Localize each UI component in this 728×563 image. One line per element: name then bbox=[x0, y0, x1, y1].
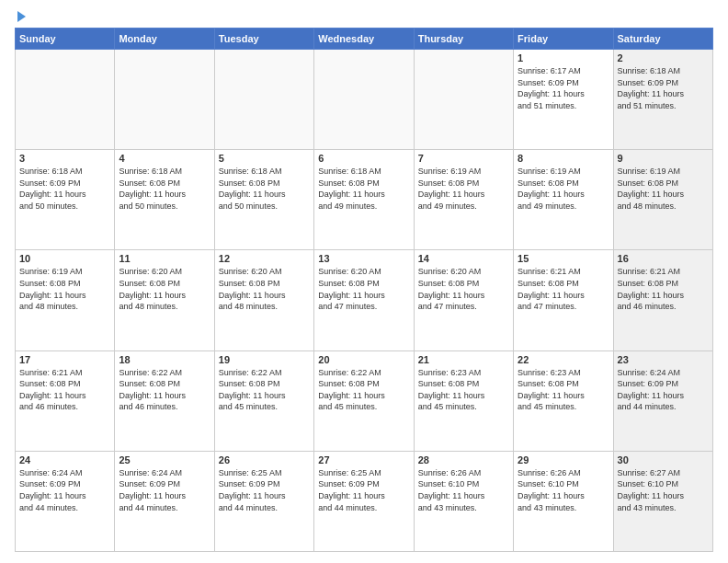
day-info: Sunrise: 6:27 AM Sunset: 6:10 PM Dayligh… bbox=[618, 467, 709, 513]
day-number: 3 bbox=[19, 153, 110, 164]
calendar-day-cell bbox=[115, 50, 214, 150]
day-info: Sunrise: 6:20 AM Sunset: 6:08 PM Dayligh… bbox=[318, 266, 409, 312]
calendar-day-cell: 3Sunrise: 6:18 AM Sunset: 6:09 PM Daylig… bbox=[16, 150, 115, 250]
calendar-day-cell: 6Sunrise: 6:18 AM Sunset: 6:08 PM Daylig… bbox=[314, 150, 414, 250]
calendar-day-cell bbox=[214, 50, 313, 150]
calendar-day-header-tuesday: Tuesday bbox=[214, 29, 313, 50]
calendar-day-cell: 14Sunrise: 6:20 AM Sunset: 6:08 PM Dayli… bbox=[414, 250, 513, 350]
calendar-day-cell: 8Sunrise: 6:19 AM Sunset: 6:08 PM Daylig… bbox=[514, 150, 613, 250]
day-number: 1 bbox=[518, 52, 609, 63]
calendar-day-cell: 11Sunrise: 6:20 AM Sunset: 6:08 PM Dayli… bbox=[115, 250, 214, 350]
day-info: Sunrise: 6:19 AM Sunset: 6:08 PM Dayligh… bbox=[518, 166, 609, 212]
calendar-day-cell bbox=[16, 50, 115, 150]
day-info: Sunrise: 6:20 AM Sunset: 6:08 PM Dayligh… bbox=[119, 266, 210, 312]
calendar-day-cell: 24Sunrise: 6:24 AM Sunset: 6:09 PM Dayli… bbox=[16, 451, 115, 551]
day-info: Sunrise: 6:25 AM Sunset: 6:09 PM Dayligh… bbox=[318, 467, 409, 513]
day-number: 21 bbox=[418, 354, 509, 365]
calendar-day-cell: 9Sunrise: 6:19 AM Sunset: 6:08 PM Daylig… bbox=[613, 150, 712, 250]
calendar-day-header-friday: Friday bbox=[514, 29, 613, 50]
day-number: 13 bbox=[318, 253, 409, 264]
day-number: 25 bbox=[119, 454, 210, 465]
day-number: 9 bbox=[618, 153, 709, 164]
day-info: Sunrise: 6:19 AM Sunset: 6:08 PM Dayligh… bbox=[418, 166, 509, 212]
day-number: 18 bbox=[119, 354, 210, 365]
page: SundayMondayTuesdayWednesdayThursdayFrid… bbox=[0, 0, 728, 563]
calendar-day-cell: 27Sunrise: 6:25 AM Sunset: 6:09 PM Dayli… bbox=[314, 451, 414, 551]
day-number: 12 bbox=[219, 253, 310, 264]
calendar-day-cell: 10Sunrise: 6:19 AM Sunset: 6:08 PM Dayli… bbox=[16, 250, 115, 350]
day-info: Sunrise: 6:18 AM Sunset: 6:08 PM Dayligh… bbox=[119, 166, 210, 212]
calendar-day-header-wednesday: Wednesday bbox=[314, 29, 414, 50]
calendar-day-cell: 23Sunrise: 6:24 AM Sunset: 6:09 PM Dayli… bbox=[613, 350, 712, 451]
calendar-week-row: 1Sunrise: 6:17 AM Sunset: 6:09 PM Daylig… bbox=[16, 50, 713, 150]
day-info: Sunrise: 6:21 AM Sunset: 6:08 PM Dayligh… bbox=[19, 367, 110, 413]
calendar-day-cell: 13Sunrise: 6:20 AM Sunset: 6:08 PM Dayli… bbox=[314, 250, 414, 350]
day-info: Sunrise: 6:20 AM Sunset: 6:08 PM Dayligh… bbox=[418, 266, 509, 312]
calendar-day-cell: 22Sunrise: 6:23 AM Sunset: 6:08 PM Dayli… bbox=[514, 350, 613, 451]
logo-triangle-icon bbox=[17, 11, 26, 22]
calendar-day-cell: 28Sunrise: 6:26 AM Sunset: 6:10 PM Dayli… bbox=[414, 451, 513, 551]
day-info: Sunrise: 6:25 AM Sunset: 6:09 PM Dayligh… bbox=[219, 467, 310, 513]
day-info: Sunrise: 6:22 AM Sunset: 6:08 PM Dayligh… bbox=[119, 367, 210, 413]
day-info: Sunrise: 6:22 AM Sunset: 6:08 PM Dayligh… bbox=[219, 367, 310, 413]
day-number: 15 bbox=[518, 253, 609, 264]
day-info: Sunrise: 6:26 AM Sunset: 6:10 PM Dayligh… bbox=[518, 467, 609, 513]
day-number: 29 bbox=[518, 454, 609, 465]
calendar-day-cell: 5Sunrise: 6:18 AM Sunset: 6:08 PM Daylig… bbox=[214, 150, 313, 250]
calendar-day-cell: 18Sunrise: 6:22 AM Sunset: 6:08 PM Dayli… bbox=[115, 350, 214, 451]
day-number: 14 bbox=[418, 253, 509, 264]
day-info: Sunrise: 6:18 AM Sunset: 6:08 PM Dayligh… bbox=[219, 166, 310, 212]
day-number: 19 bbox=[219, 354, 310, 365]
calendar-day-cell: 7Sunrise: 6:19 AM Sunset: 6:08 PM Daylig… bbox=[414, 150, 513, 250]
calendar-day-cell: 12Sunrise: 6:20 AM Sunset: 6:08 PM Dayli… bbox=[214, 250, 313, 350]
logo bbox=[15, 11, 26, 20]
day-number: 11 bbox=[119, 253, 210, 264]
day-number: 28 bbox=[418, 454, 509, 465]
day-number: 16 bbox=[618, 253, 709, 264]
day-number: 17 bbox=[19, 354, 110, 365]
day-info: Sunrise: 6:23 AM Sunset: 6:08 PM Dayligh… bbox=[518, 367, 609, 413]
day-info: Sunrise: 6:23 AM Sunset: 6:08 PM Dayligh… bbox=[418, 367, 509, 413]
calendar-week-row: 10Sunrise: 6:19 AM Sunset: 6:08 PM Dayli… bbox=[16, 250, 713, 350]
day-info: Sunrise: 6:22 AM Sunset: 6:08 PM Dayligh… bbox=[318, 367, 409, 413]
calendar-day-header-saturday: Saturday bbox=[613, 29, 712, 50]
calendar-day-cell bbox=[314, 50, 414, 150]
calendar-day-cell: 30Sunrise: 6:27 AM Sunset: 6:10 PM Dayli… bbox=[613, 451, 712, 551]
day-info: Sunrise: 6:26 AM Sunset: 6:10 PM Dayligh… bbox=[418, 467, 509, 513]
calendar-table: SundayMondayTuesdayWednesdayThursdayFrid… bbox=[15, 28, 713, 552]
day-info: Sunrise: 6:24 AM Sunset: 6:09 PM Dayligh… bbox=[19, 467, 110, 513]
day-info: Sunrise: 6:21 AM Sunset: 6:08 PM Dayligh… bbox=[618, 266, 709, 312]
day-number: 6 bbox=[318, 153, 409, 164]
day-info: Sunrise: 6:18 AM Sunset: 6:09 PM Dayligh… bbox=[19, 166, 110, 212]
day-number: 4 bbox=[119, 153, 210, 164]
day-info: Sunrise: 6:19 AM Sunset: 6:08 PM Dayligh… bbox=[618, 166, 709, 212]
day-number: 22 bbox=[518, 354, 609, 365]
calendar-day-cell bbox=[414, 50, 513, 150]
day-number: 10 bbox=[19, 253, 110, 264]
day-number: 24 bbox=[19, 454, 110, 465]
calendar-day-cell: 15Sunrise: 6:21 AM Sunset: 6:08 PM Dayli… bbox=[514, 250, 613, 350]
calendar-day-header-sunday: Sunday bbox=[16, 29, 115, 50]
calendar-week-row: 24Sunrise: 6:24 AM Sunset: 6:09 PM Dayli… bbox=[16, 451, 713, 551]
calendar-day-header-monday: Monday bbox=[115, 29, 214, 50]
day-number: 2 bbox=[618, 52, 709, 63]
day-number: 26 bbox=[219, 454, 310, 465]
calendar-week-row: 17Sunrise: 6:21 AM Sunset: 6:08 PM Dayli… bbox=[16, 350, 713, 451]
day-number: 30 bbox=[618, 454, 709, 465]
calendar-day-cell: 16Sunrise: 6:21 AM Sunset: 6:08 PM Dayli… bbox=[613, 250, 712, 350]
calendar-day-cell: 4Sunrise: 6:18 AM Sunset: 6:08 PM Daylig… bbox=[115, 150, 214, 250]
header bbox=[15, 11, 713, 20]
calendar-day-header-thursday: Thursday bbox=[414, 29, 513, 50]
calendar-header-row: SundayMondayTuesdayWednesdayThursdayFrid… bbox=[16, 29, 713, 50]
calendar-day-cell: 21Sunrise: 6:23 AM Sunset: 6:08 PM Dayli… bbox=[414, 350, 513, 451]
day-info: Sunrise: 6:20 AM Sunset: 6:08 PM Dayligh… bbox=[219, 266, 310, 312]
calendar-day-cell: 1Sunrise: 6:17 AM Sunset: 6:09 PM Daylig… bbox=[514, 50, 613, 150]
day-number: 5 bbox=[219, 153, 310, 164]
day-info: Sunrise: 6:24 AM Sunset: 6:09 PM Dayligh… bbox=[618, 367, 709, 413]
calendar-day-cell: 19Sunrise: 6:22 AM Sunset: 6:08 PM Dayli… bbox=[214, 350, 313, 451]
logo-row-general bbox=[15, 11, 26, 22]
calendar-week-row: 3Sunrise: 6:18 AM Sunset: 6:09 PM Daylig… bbox=[16, 150, 713, 250]
calendar-day-cell: 17Sunrise: 6:21 AM Sunset: 6:08 PM Dayli… bbox=[16, 350, 115, 451]
day-info: Sunrise: 6:18 AM Sunset: 6:08 PM Dayligh… bbox=[318, 166, 409, 212]
calendar-day-cell: 2Sunrise: 6:18 AM Sunset: 6:09 PM Daylig… bbox=[613, 50, 712, 150]
